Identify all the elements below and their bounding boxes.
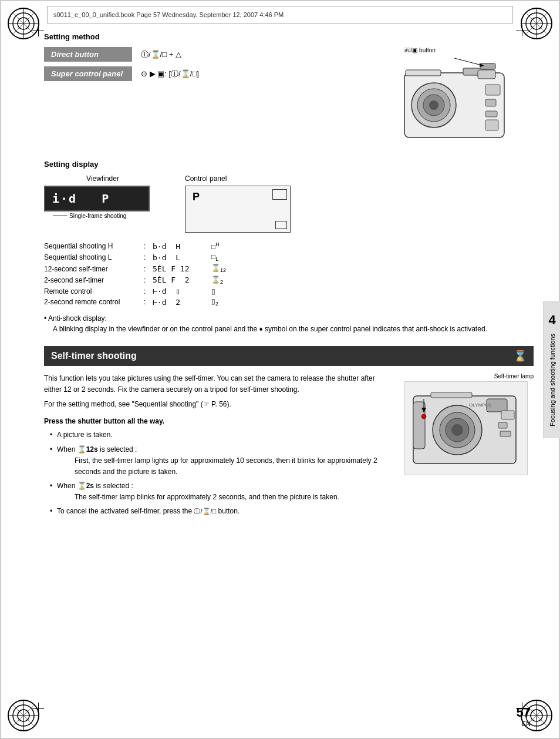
viewfinder-wrapper: i·d P Single-frame shooting <box>44 186 161 220</box>
mode-row-2s: 2-second self-timer : 5ÉL F 2 ⌛2 <box>44 276 534 285</box>
camera-illustration-area: i/ù/▣ button <box>369 47 534 148</box>
svg-rect-53 <box>500 431 511 436</box>
self-timer-body: This function lets you take pictures usi… <box>44 373 534 520</box>
button-label: i/ù/▣ button <box>404 47 436 53</box>
antishock-bullet: • <box>44 314 48 323</box>
antishock-note: • Anti-shock display: A blinking display… <box>44 313 534 334</box>
self-timer-text-area: This function lets you take pictures usi… <box>44 373 393 520</box>
svg-rect-37 <box>485 85 500 95</box>
svg-rect-34 <box>481 63 495 69</box>
mode-name-seq-h: Sequential shooting H <box>44 242 144 250</box>
mode-row-2src: 2-second remote control : ⊢·d 2 ▯2 <box>44 297 534 307</box>
setting-display-title: Setting display <box>44 160 534 169</box>
mode-name-rc: Remote control <box>44 287 144 295</box>
mode-icon-2s: ⌛2 <box>211 276 223 285</box>
bullet-picture: A picture is taken. <box>50 429 393 441</box>
svg-rect-51 <box>501 411 514 419</box>
cp-box <box>272 189 287 200</box>
super-control-value: ⊙ ▶ ▣: [Ⓘ/⌛/□] <box>141 69 199 79</box>
viewfinder-area: Viewfinder i·d P Single-frame shooting <box>44 174 161 220</box>
side-tab-text: Focusing and shooting functions <box>549 334 556 426</box>
antishock-text: A blinking display in the viewfinder or … <box>44 324 534 334</box>
bullet-12s: When ⌛12s is selected : First, the self-… <box>50 444 393 478</box>
svg-rect-35 <box>478 70 495 79</box>
setting-method-area: Direct button Ⓘ/⌛/□ + △ Super control pa… <box>44 47 534 148</box>
super-control-label: Super control panel <box>44 66 132 81</box>
antishock-title: Anti-shock display: <box>48 314 107 323</box>
svg-rect-40 <box>485 120 498 130</box>
svg-rect-52 <box>498 422 507 428</box>
mode-icon-seq-h: □H <box>211 241 220 251</box>
mode-icon-seq-l: □L <box>211 253 218 262</box>
page-number-area: 57 EN <box>517 705 531 727</box>
bullet-list: A picture is taken. When ⌛12s is selecte… <box>44 429 393 517</box>
bullet-12s-text: First, the self-timer lamp lights up for… <box>57 455 393 478</box>
display-panels: Viewfinder i·d P Single-frame shooting C… <box>44 174 534 233</box>
direct-button-row: Direct button Ⓘ/⌛/□ + △ <box>44 47 357 62</box>
self-timer-title: Self-timer shooting <box>51 351 137 361</box>
self-timer-lamp-label: Self-timer lamp <box>404 373 534 379</box>
mode-code-rc: ⊢·d ▯ <box>153 287 200 295</box>
mode-row-seq-l: Sequential shooting L : b·d L □L <box>44 253 534 262</box>
side-tab: 4 Focusing and shooting functions <box>544 301 560 438</box>
header-text: s0011_e_00_0_unified.book Page 57 Wednes… <box>53 11 284 18</box>
mode-row-seq-h: Sequential shooting H : b·d H □H <box>44 241 534 251</box>
self-timer-reference: For the setting method, see "Sequential … <box>44 399 393 410</box>
vf-content: i·d P <box>52 192 141 206</box>
mode-code-2src: ⊢·d 2 <box>153 298 200 307</box>
super-control-row: Super control panel ⊙ ▶ ▣: [Ⓘ/⌛/□] <box>44 66 357 81</box>
self-timer-camera: OLYMPUS <box>404 381 528 475</box>
mode-code-seq-h: b·d H <box>153 242 200 251</box>
mode-name-2src: 2-second remote control <box>44 298 144 306</box>
svg-rect-36 <box>406 70 441 76</box>
svg-rect-38 <box>485 99 496 106</box>
svg-point-55 <box>421 414 426 419</box>
mode-icon-12s: ⌛12 <box>211 264 226 273</box>
setting-display-section: Setting display Viewfinder i·d P Single-… <box>44 160 534 334</box>
svg-point-32 <box>429 100 438 110</box>
mode-icon-rc: ▯ <box>211 287 215 295</box>
svg-text:OLYMPUS: OLYMPUS <box>469 402 492 408</box>
bullet-2s: When ⌛2s is selected : The self-timer la… <box>50 481 393 503</box>
page-lang: EN <box>517 720 531 727</box>
self-timer-header: Self-timer shooting ⌛ <box>44 346 534 366</box>
mode-row-12s: 12-second self-timer : 5ÉL F 12 ⌛12 <box>44 264 534 273</box>
crosshair-bl <box>32 703 44 714</box>
svg-line-41 <box>454 58 484 66</box>
svg-point-47 <box>451 424 463 436</box>
control-panel-area: Control panel P <box>185 174 302 233</box>
cp-p-text: P <box>193 191 283 203</box>
mode-code-seq-l: b·d L <box>153 253 200 262</box>
modes-table: Sequential shooting H : b·d H □H Sequent… <box>44 241 534 307</box>
bullet-2s-text: The self-timer lamp blinks for approxima… <box>57 492 393 503</box>
mode-name-2s: 2-second self-timer <box>44 276 144 284</box>
control-panel-label: Control panel <box>185 174 302 183</box>
header-bar: s0011_e_00_0_unified.book Page 57 Wednes… <box>47 6 513 23</box>
mode-name-12s: 12-second self-timer <box>44 265 144 273</box>
bullet-cancel: To cancel the activated self-timer, pres… <box>50 506 393 517</box>
viewfinder-display: i·d P <box>44 186 150 211</box>
mode-icon-2src: ▯2 <box>211 297 218 307</box>
camera-svg-top <box>369 55 522 146</box>
camera-svg-bottom: OLYMPUS <box>407 384 525 472</box>
viewfinder-label: Viewfinder <box>44 174 161 183</box>
direct-button-value: Ⓘ/⌛/□ + △ <box>141 49 181 60</box>
page-number: 57 <box>517 705 531 720</box>
svg-rect-39 <box>485 111 497 117</box>
main-content: Setting method Direct button Ⓘ/⌛/□ + △ S… <box>44 32 534 704</box>
vf-text: i·d P <box>52 192 110 206</box>
control-panel-display: P <box>185 186 291 233</box>
self-timer-icon: ⌛ <box>514 350 527 362</box>
mode-row-rc: Remote control : ⊢·d ▯ ▯ <box>44 287 534 295</box>
mode-name-seq-l: Sequential shooting L <box>44 253 144 261</box>
direct-button-label: Direct button <box>44 47 132 62</box>
self-timer-image-area: Self-timer lamp <box>404 373 534 520</box>
mode-code-12s: 5ÉL F 12 <box>153 264 200 273</box>
mode-code-2s: 5ÉL F 2 <box>153 276 200 284</box>
single-frame-annotation: Single-frame shooting <box>44 213 161 220</box>
single-frame-label: Single-frame shooting <box>69 213 126 219</box>
cp-box2 <box>275 221 287 229</box>
setting-method-left: Direct button Ⓘ/⌛/□ + △ Super control pa… <box>44 47 357 148</box>
press-header: Press the shutter button all the way. <box>44 416 393 427</box>
setting-method-title: Setting method <box>44 32 534 41</box>
